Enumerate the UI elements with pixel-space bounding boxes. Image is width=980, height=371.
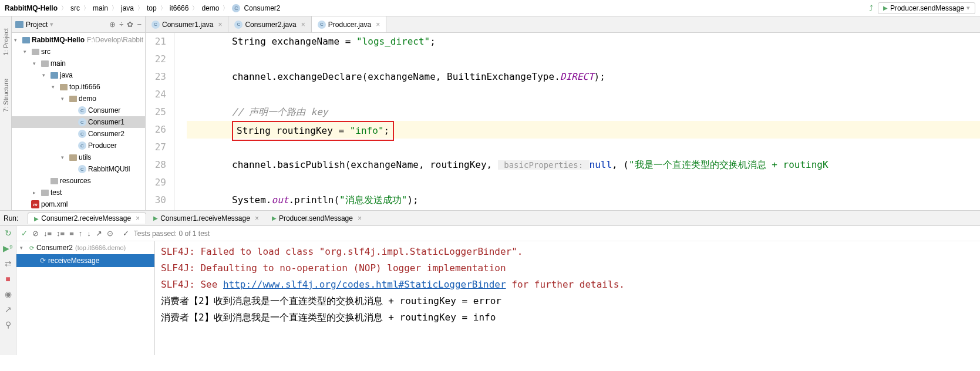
code-content[interactable]: String exchangeName = "logs_direct"; cha… bbox=[175, 33, 980, 210]
breadcrumb-class[interactable]: Consumer2 bbox=[244, 4, 280, 12]
tab-structure[interactable]: 7: Structure bbox=[2, 79, 9, 112]
toggle-icon[interactable]: ⇄ bbox=[5, 259, 12, 268]
class-icon: C bbox=[78, 106, 86, 114]
tree-utils[interactable]: ▾ utils bbox=[12, 151, 145, 163]
arrow-down-icon[interactable]: ▾ bbox=[20, 245, 27, 251]
pin-icon[interactable]: ⚲ bbox=[5, 320, 11, 329]
rerun-icon[interactable]: ↻ bbox=[5, 228, 12, 238]
tab-consumer2[interactable]: C Consumer2.java × bbox=[228, 16, 311, 32]
tab-consumer1[interactable]: C Consumer1.java × bbox=[146, 16, 228, 32]
tree-resources[interactable]: resources bbox=[12, 175, 145, 187]
tree-consumer2[interactable]: C Consumer2 bbox=[12, 128, 145, 140]
tree-test[interactable]: ▸ test bbox=[12, 187, 145, 198]
run-tab-consumer1[interactable]: ▶ Consumer1.receiveMessage × bbox=[147, 213, 265, 224]
run-tab-label: Consumer2.receiveMessage bbox=[41, 214, 131, 222]
stop-icon[interactable]: ■ bbox=[5, 274, 10, 284]
tree-demo[interactable]: ▾ demo bbox=[12, 93, 145, 104]
tree-label: Producer bbox=[88, 141, 117, 150]
sort-icon[interactable]: ↓≡ bbox=[43, 229, 52, 238]
tab-project[interactable]: 1: Project bbox=[2, 28, 9, 55]
expand-icon[interactable]: ↕≡ bbox=[56, 229, 65, 238]
tree-java[interactable]: ▾ java bbox=[12, 69, 145, 81]
run-icon[interactable]: ▶⁹ bbox=[3, 244, 13, 253]
arrow-down-icon[interactable]: ▾ bbox=[42, 72, 49, 78]
main-layout: 1: Project 7: Structure Project ▾ ⊕ ÷ ✿ … bbox=[0, 16, 980, 210]
tree-root[interactable]: ▾ RabbitMQ-Hello F:\Develop\Rabbit bbox=[12, 34, 145, 46]
project-title[interactable]: Project ▾ bbox=[15, 21, 109, 29]
tree-consumer1[interactable]: C Consumer1 bbox=[12, 116, 145, 128]
breadcrumb-java[interactable]: java bbox=[121, 4, 134, 12]
tree-label: Consumer bbox=[88, 106, 120, 114]
arrow-down-icon[interactable]: ▾ bbox=[14, 37, 21, 43]
test-tree-child[interactable]: ⟳ receiveMessage bbox=[16, 254, 154, 267]
export-icon[interactable]: ↗ bbox=[96, 229, 102, 238]
tree-consumer[interactable]: C Consumer bbox=[12, 104, 145, 116]
run-tab-producer[interactable]: ▶ Producer.sendMessage × bbox=[266, 213, 368, 224]
arrow-down-icon[interactable]: ▾ bbox=[52, 84, 59, 90]
gutter[interactable]: 21 22 23 24 25 26 27 28 29 30 31 bbox=[146, 33, 175, 210]
arrow-down-icon[interactable]: ▾ bbox=[33, 60, 40, 66]
run-tab-label: Consumer1.receiveMessage bbox=[160, 214, 250, 222]
arrow-down-icon[interactable]: ▾ bbox=[61, 96, 68, 102]
breadcrumb-top[interactable]: top bbox=[147, 4, 157, 12]
gear-icon[interactable]: ✿ bbox=[127, 20, 133, 29]
arrow-right-icon[interactable]: ▸ bbox=[33, 190, 40, 195]
console-output[interactable]: SLF4J: Failed to load class "org.slf4j.i… bbox=[155, 241, 980, 355]
left-vert-tabs: 1: Project 7: Structure bbox=[0, 16, 12, 210]
filter-icon[interactable]: ⊘ bbox=[32, 229, 39, 238]
test-tree[interactable]: ▾ ⟳ Consumer2 (top.it6666.demo) ⟳ receiv… bbox=[16, 241, 155, 355]
tree-label: src bbox=[41, 48, 50, 56]
breadcrumb-demo[interactable]: demo bbox=[201, 4, 219, 12]
console-line: SLF4J: See http://www.slf4j.org/codes.ht… bbox=[161, 276, 974, 293]
hide-icon[interactable]: − bbox=[137, 20, 142, 29]
run-tab-consumer2[interactable]: ▶ Consumer2.receiveMessage × bbox=[28, 213, 146, 224]
tree-src[interactable]: ▾ src bbox=[12, 46, 145, 58]
close-icon[interactable]: × bbox=[376, 21, 380, 29]
breadcrumb-root[interactable]: RabbitMQ-Hello bbox=[5, 4, 58, 12]
class-icon: C bbox=[78, 141, 86, 150]
slf4j-link[interactable]: http://www.slf4j.org/codes.html#StaticLo… bbox=[223, 279, 506, 290]
dump-icon[interactable]: ◉ bbox=[5, 289, 12, 299]
close-icon[interactable]: × bbox=[136, 214, 140, 222]
folder-icon bbox=[15, 21, 23, 28]
tree-pom[interactable]: m pom.xml bbox=[12, 198, 145, 210]
arrow-down-icon[interactable]: ▾ bbox=[23, 49, 31, 55]
play-icon: ▶ bbox=[153, 215, 158, 221]
run-config-select[interactable]: ▶ Producer.sendMessage ▾ bbox=[878, 2, 975, 14]
tree-main[interactable]: ▾ main bbox=[12, 58, 145, 69]
close-icon[interactable]: × bbox=[218, 21, 222, 29]
run-panel: Run: ▶ Consumer2.receiveMessage × ▶ Cons… bbox=[0, 210, 980, 355]
tree-rabbitmqutil[interactable]: C RabbitMQUtil bbox=[12, 163, 145, 175]
breadcrumb-main[interactable]: main bbox=[93, 4, 108, 12]
close-icon[interactable]: × bbox=[255, 214, 259, 222]
restore-icon[interactable]: ↗ bbox=[5, 305, 12, 314]
chevron-right-icon: 〉 bbox=[223, 4, 228, 12]
check-icon[interactable]: ✓ bbox=[21, 229, 28, 238]
chevron-right-icon: 〉 bbox=[192, 4, 198, 12]
project-tree[interactable]: ▾ RabbitMQ-Hello F:\Develop\Rabbit ▾ src… bbox=[12, 33, 145, 210]
maven-icon: m bbox=[31, 200, 39, 208]
top-bar: RabbitMQ-Hello 〉 src 〉 main 〉 java 〉 top… bbox=[0, 0, 980, 16]
test-progress-icon: ⟳ bbox=[40, 257, 46, 265]
arrow-down-icon[interactable]: ▾ bbox=[61, 154, 68, 160]
close-icon[interactable]: × bbox=[358, 214, 362, 222]
breadcrumb-src[interactable]: src bbox=[70, 4, 80, 12]
down-icon[interactable]: ↓ bbox=[87, 229, 91, 238]
history-icon[interactable]: ⊙ bbox=[107, 229, 113, 238]
up-icon[interactable]: ↑ bbox=[79, 229, 83, 238]
collapse-icon[interactable]: ÷ bbox=[119, 20, 123, 29]
target-icon[interactable]: ⊕ bbox=[109, 20, 116, 29]
tree-producer[interactable]: C Producer bbox=[12, 140, 145, 151]
class-icon: C bbox=[318, 21, 326, 29]
source-folder-icon bbox=[50, 72, 58, 79]
tab-producer[interactable]: C Producer.java × bbox=[312, 16, 386, 32]
test-tree-parent[interactable]: ▾ ⟳ Consumer2 (top.it6666.demo) bbox=[16, 241, 154, 254]
build-icon[interactable]: ⤴ bbox=[869, 4, 873, 13]
class-icon: C bbox=[151, 21, 160, 29]
code-editor[interactable]: 21 22 23 24 25 26 27 28 29 30 31 String … bbox=[146, 33, 980, 210]
tree-package[interactable]: ▾ top.it6666 bbox=[12, 81, 145, 93]
collapse-icon[interactable]: ≡ bbox=[69, 229, 74, 238]
tree-root-label: RabbitMQ-Hello bbox=[32, 36, 85, 44]
close-icon[interactable]: × bbox=[301, 21, 305, 29]
breadcrumb-it6666[interactable]: it6666 bbox=[170, 4, 189, 12]
